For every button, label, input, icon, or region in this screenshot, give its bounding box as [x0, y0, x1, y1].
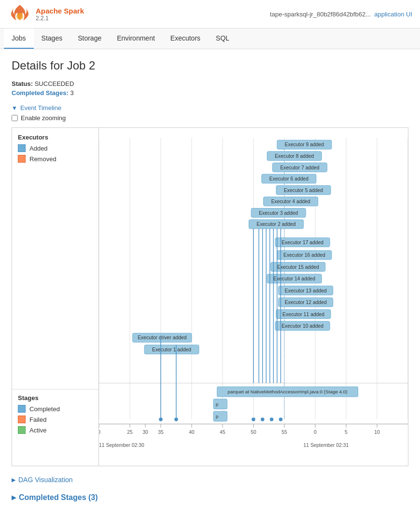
svg-text:Executor driver added: Executor driver added: [138, 335, 186, 340]
timeline-container: Executors Added Removed Stages Completed: [12, 127, 408, 466]
svg-point-59: [159, 417, 163, 421]
legend-active-label: Active: [29, 427, 46, 434]
svg-text:Executor 9 added: Executor 9 added: [285, 142, 324, 147]
svg-text:parquet at NativeMethodAccesso: parquet at NativeMethodAccessorImpl.java…: [228, 389, 348, 394]
completed-stages-line: Completed Stages: 3: [12, 89, 408, 97]
legend-executors-title: Executors: [12, 132, 98, 143]
header: Apache Spark 2.2.1 tape-sparksql-jr_80b2…: [0, 0, 420, 28]
legend-added-label: Added: [29, 145, 48, 152]
main-nav: Jobs Stages Storage Environment Executor…: [0, 28, 420, 49]
legend-completed: Completed: [12, 403, 98, 414]
svg-text:Executor 12 added: Executor 12 added: [285, 300, 327, 305]
toggle-arrow-icon: ▼: [12, 105, 17, 111]
enable-zoom-label: Enable zooming: [21, 114, 66, 122]
completed-stages-arrow-icon: ▶: [12, 494, 16, 501]
page-title: Details for Job 2: [12, 59, 408, 72]
spark-logo: [8, 4, 32, 24]
legend-completed-box: [18, 405, 26, 413]
svg-text:Executor 5 added: Executor 5 added: [284, 188, 323, 193]
timeline-svg: Executor 9 added Executor 8 added Execut…: [99, 128, 408, 466]
svg-point-65: [279, 417, 283, 421]
dag-arrow-icon: ▶: [12, 477, 15, 483]
app-info: tape-sparksql-jr_80b2f86d42bfb62... appl…: [270, 11, 412, 18]
nav-stages[interactable]: Stages: [34, 28, 70, 49]
spark-wordmark: Apache Spark: [36, 7, 84, 15]
legend-stages-title: Stages: [12, 392, 98, 403]
logo-area: Apache Spark 2.2.1: [8, 4, 84, 24]
status-value: SUCCEEDED: [35, 80, 74, 87]
legend-completed-label: Completed: [29, 405, 60, 413]
svg-text:11 September 02:31: 11 September 02:31: [304, 443, 349, 448]
app-id: tape-sparksql-jr_80b2f86d42bfb62...: [270, 11, 371, 18]
nav-jobs[interactable]: Jobs: [4, 28, 34, 49]
svg-point-62: [252, 417, 255, 421]
legend-failed-label: Failed: [29, 416, 46, 423]
legend-removed: Removed: [12, 153, 98, 164]
nav-storage[interactable]: Storage: [70, 28, 109, 49]
timeline-inner: Executors Added Removed Stages Completed: [12, 128, 408, 466]
status-line: Status: SUCCEEDED: [12, 80, 408, 87]
svg-text:Executor 14 added: Executor 14 added: [273, 276, 315, 281]
dag-label[interactable]: DAG Visualization: [18, 476, 73, 484]
svg-text:Executor 4 added: Executor 4 added: [271, 199, 310, 204]
svg-text:Executor 11 added: Executor 11 added: [282, 312, 324, 317]
completed-stages-title[interactable]: Completed Stages (3): [19, 493, 98, 502]
svg-text:Executor 2 added: Executor 2 added: [257, 222, 296, 227]
completed-stages-link[interactable]: Completed Stages:: [12, 89, 70, 97]
svg-text:Executor 7 added: Executor 7 added: [280, 165, 319, 170]
svg-text:30: 30: [142, 430, 148, 435]
event-timeline-label[interactable]: Event Timeline: [20, 104, 61, 111]
dag-toggle[interactable]: ▶ DAG Visualization: [12, 476, 408, 484]
executor-rows-spacer: [12, 164, 98, 386]
svg-point-61: [174, 417, 178, 421]
legend-failed: Failed: [12, 414, 98, 425]
spark-version: 2.2.1: [36, 15, 84, 22]
svg-text:40: 40: [189, 430, 195, 435]
completed-stages-header[interactable]: ▶ Completed Stages (3): [12, 493, 408, 502]
svg-text:5: 5: [345, 430, 348, 435]
timeline-chart: Executor 9 added Executor 8 added Execut…: [99, 128, 408, 466]
enable-zoom-checkbox[interactable]: [12, 115, 18, 121]
nav-sql[interactable]: SQL: [208, 28, 237, 49]
svg-text:p: p: [216, 402, 218, 407]
legend-divider: [12, 389, 98, 389]
svg-text:Executor 13 added: Executor 13 added: [285, 288, 327, 293]
svg-text:50: 50: [251, 430, 256, 435]
legend-added: Added: [12, 143, 98, 153]
svg-text:0: 0: [99, 430, 100, 435]
svg-text:Executor 3 added: Executor 3 added: [259, 210, 298, 216]
timeline-legend: Executors Added Removed Stages Completed: [12, 128, 99, 466]
svg-text:25: 25: [127, 430, 133, 435]
main-content: Details for Job 2 Status: SUCCEEDED Comp…: [0, 49, 420, 512]
nav-executors[interactable]: Executors: [163, 28, 208, 49]
svg-text:Executor 16 added: Executor 16 added: [283, 252, 325, 258]
svg-point-63: [261, 417, 265, 421]
legend-failed-box: [18, 416, 26, 423]
legend-active-box: [18, 426, 26, 434]
legend-active: Active: [12, 425, 98, 435]
legend-removed-label: Removed: [29, 155, 56, 163]
svg-text:Executor 17 added: Executor 17 added: [281, 240, 323, 245]
svg-text:Executor 8 added: Executor 8 added: [275, 153, 314, 159]
svg-point-64: [270, 417, 274, 421]
completed-stages-count: 3: [70, 89, 73, 97]
svg-text:35: 35: [158, 430, 164, 435]
svg-text:10: 10: [374, 430, 380, 435]
svg-text:Executor 10 added: Executor 10 added: [281, 323, 323, 329]
svg-text:Executor 6 added: Executor 6 added: [269, 176, 308, 181]
event-timeline-toggle[interactable]: ▼ Event Timeline: [12, 104, 408, 111]
completed-stages-label: Completed Stages:: [12, 89, 69, 97]
legend-removed-box: [18, 155, 26, 163]
nav-environment[interactable]: Environment: [109, 28, 163, 49]
svg-text:p: p: [216, 414, 218, 419]
svg-point-0: [16, 13, 23, 20]
svg-text:0: 0: [314, 430, 317, 435]
enable-zoom-row: Enable zooming: [12, 114, 408, 122]
svg-text:Executor 1 added: Executor 1 added: [152, 347, 191, 352]
app-link[interactable]: application UI: [374, 11, 412, 18]
svg-text:45: 45: [220, 430, 225, 435]
status-label: Status:: [12, 80, 33, 87]
svg-text:55: 55: [281, 430, 287, 435]
legend-added-box: [18, 144, 26, 152]
spark-flame-icon: [8, 4, 32, 21]
